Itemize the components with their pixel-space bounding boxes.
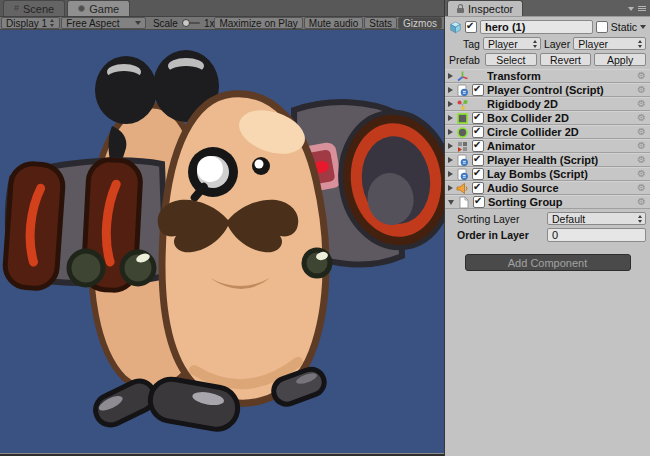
component-circle-collider-2d[interactable]: Circle Collider 2D ⚙ (445, 125, 650, 139)
game-viewport[interactable] (0, 30, 444, 453)
inspector-tabstrip: Inspector (445, 0, 650, 17)
add-component-button[interactable]: Add Component (465, 254, 631, 271)
display-dropdown[interactable]: Display 1 (1, 17, 60, 29)
foldout-icon[interactable] (448, 73, 453, 79)
pane-menu-icon[interactable] (638, 6, 646, 11)
popup-arrows-icon (638, 40, 643, 48)
component-enabled-checkbox[interactable] (472, 168, 484, 180)
foldout-icon[interactable] (448, 157, 453, 163)
sorting-group-body: Sorting Layer Default Order in Layer 0 (445, 209, 650, 244)
foldout-open-icon[interactable] (448, 200, 454, 205)
inspector-panel: Inspector hero (1) Static (444, 0, 650, 456)
foldout-icon[interactable] (448, 101, 453, 107)
page-icon (457, 196, 470, 209)
tab-scene[interactable]: # Scene (3, 0, 65, 16)
component-rigidbody-2d[interactable]: Rigidbody 2D ⚙ (445, 97, 650, 111)
gizmos-button[interactable]: Gizmos (398, 17, 442, 29)
component-player-health[interactable]: Player Health (Script) ⚙ (445, 153, 650, 167)
sorting-layer-dropdown[interactable]: Default (547, 212, 646, 225)
tab-game-label: Game (89, 3, 119, 15)
game-panel: # Scene Game Display 1 Free Aspect Scale… (0, 0, 444, 456)
unity-editor-window: # Scene Game Display 1 Free Aspect Scale… (0, 0, 650, 456)
right-eye (252, 157, 270, 175)
foldout-icon[interactable] (448, 185, 453, 191)
component-transform[interactable]: Transform ⚙ (445, 69, 650, 83)
gameobject-header: hero (1) Static Tag Player Layer Player (445, 17, 650, 69)
static-dropdown-icon[interactable] (640, 25, 646, 29)
scale-slider-knob[interactable] (182, 19, 190, 27)
prefab-revert-button[interactable]: Revert (540, 53, 592, 66)
game-tabstrip: # Scene Game (0, 0, 444, 17)
gear-icon[interactable]: ⚙ (637, 71, 646, 81)
component-enabled-checkbox[interactable] (472, 84, 484, 96)
audio-source-icon (456, 182, 469, 195)
component-enabled-checkbox[interactable] (472, 182, 484, 194)
popup-arrows-icon (638, 215, 643, 223)
component-enabled-checkbox[interactable] (472, 154, 484, 166)
sorting-layer-label: Sorting Layer (457, 213, 547, 225)
prefab-apply-button[interactable]: Apply (594, 53, 646, 66)
scale-value: 1x (204, 18, 215, 29)
script-icon (456, 84, 469, 97)
gear-icon[interactable]: ⚙ (637, 197, 646, 207)
lock-icon (457, 4, 464, 13)
scale-slider[interactable] (182, 22, 200, 24)
gear-icon[interactable]: ⚙ (637, 183, 646, 193)
component-player-control[interactable]: Player Control (Script) ⚙ (445, 83, 650, 97)
foldout-icon[interactable] (448, 171, 453, 177)
gear-icon[interactable]: ⚙ (637, 127, 646, 137)
scale-label: Scale (153, 18, 178, 29)
inspector-body: hero (1) Static Tag Player Layer Player (445, 17, 650, 456)
foldout-icon[interactable] (448, 87, 453, 93)
layer-label: Layer (544, 38, 570, 50)
mute-audio-button[interactable]: Mute audio (304, 17, 363, 29)
game-tab-icon (78, 5, 85, 12)
tab-inspector[interactable]: Inspector (447, 0, 523, 16)
tab-game[interactable]: Game (67, 0, 130, 16)
box-collider-icon (456, 112, 469, 125)
gear-icon[interactable]: ⚙ (637, 113, 646, 123)
gameobject-active-checkbox[interactable] (465, 21, 477, 33)
gear-icon[interactable]: ⚙ (637, 155, 646, 165)
component-enabled-checkbox[interactable] (472, 140, 484, 152)
component-sorting-group[interactable]: Sorting Group ⚙ (445, 195, 650, 209)
order-in-layer-field[interactable]: 0 (547, 228, 646, 242)
popup-arrows-icon (533, 40, 538, 48)
stats-button[interactable]: Stats (364, 17, 397, 29)
circle-collider-icon (456, 126, 469, 139)
tag-dropdown[interactable]: Player (483, 37, 541, 50)
component-lay-bombs[interactable]: Lay Bombs (Script) ⚙ (445, 167, 650, 181)
script-icon (456, 154, 469, 167)
gear-icon[interactable]: ⚙ (637, 169, 646, 179)
component-enabled-checkbox[interactable] (472, 126, 484, 138)
animator-icon (456, 140, 469, 153)
tab-inspector-label: Inspector (468, 3, 513, 15)
foldout-icon[interactable] (448, 143, 453, 149)
toolbar-right-group: Maximize on Play Mute audio Stats Gizmos (214, 17, 443, 29)
maximize-on-play-button[interactable]: Maximize on Play (214, 17, 302, 29)
script-icon (456, 168, 469, 181)
order-in-layer-label: Order in Layer (457, 229, 547, 241)
gear-icon[interactable]: ⚙ (637, 99, 646, 109)
prefab-select-button[interactable]: Select (485, 53, 537, 66)
static-label: Static (611, 21, 637, 33)
aspect-dropdown[interactable]: Free Aspect (61, 17, 146, 29)
foldout-icon[interactable] (448, 129, 453, 135)
static-checkbox[interactable] (596, 21, 608, 33)
foldout-icon[interactable] (448, 115, 453, 121)
gear-icon[interactable]: ⚙ (637, 85, 646, 95)
rigidbody2d-icon (456, 98, 469, 111)
gameobject-cube-icon (449, 21, 462, 34)
transform-icon (456, 70, 469, 83)
component-audio-source[interactable]: Audio Source ⚙ (445, 181, 650, 195)
component-enabled-checkbox[interactable] (473, 196, 485, 208)
component-box-collider-2d[interactable]: Box Collider 2D ⚙ (445, 111, 650, 125)
pane-icons (628, 6, 650, 16)
component-animator[interactable]: Animator ⚙ (445, 139, 650, 153)
pane-dropdown-icon[interactable] (628, 7, 634, 11)
gear-icon[interactable]: ⚙ (637, 141, 646, 151)
component-enabled-checkbox[interactable] (472, 112, 484, 124)
layer-dropdown[interactable]: Player (573, 37, 646, 50)
tag-label: Tag (463, 38, 480, 50)
gameobject-name-field[interactable]: hero (1) (480, 20, 593, 34)
